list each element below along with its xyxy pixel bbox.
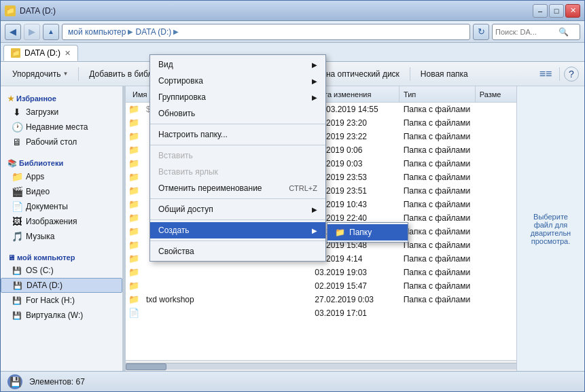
ctx-sort-arrow: ▶ xyxy=(312,77,317,85)
help-button[interactable]: ? xyxy=(564,67,579,82)
horizontal-scrollbar[interactable] xyxy=(126,360,516,371)
sidebar-item-apps[interactable]: 📁 Apps xyxy=(1,169,122,184)
ctx-refresh[interactable]: Обновить xyxy=(150,105,325,122)
ctx-sep-1 xyxy=(150,124,325,124)
tab-label: DATA (D:) xyxy=(24,48,60,58)
search-box: 🔍 xyxy=(492,24,580,40)
ctx-view[interactable]: Вид ▶ xyxy=(150,56,325,73)
sidebar-item-c-drive[interactable]: 💾 OS (C:) xyxy=(1,263,122,278)
search-input[interactable] xyxy=(495,28,556,36)
ctx-paste-label: Вставить xyxy=(158,151,193,160)
sidebar-images-label: Изображения xyxy=(26,217,77,226)
file-type: Папка с файлами xyxy=(400,200,476,209)
sidebar-libraries-header: 📚 Библиотеки xyxy=(1,155,122,169)
table-row[interactable]: 📁 02.2019 15:47 Папка с файлами xyxy=(126,279,516,293)
apps-folder-icon: 📁 xyxy=(12,171,22,182)
sidebar-item-documents[interactable]: 📄 Документы xyxy=(1,199,122,214)
sidebar-item-h-drive[interactable]: 💾 For Hack (H:) xyxy=(1,293,122,308)
sidebar-item-music[interactable]: 🎵 Музыка xyxy=(1,229,122,244)
new-folder-button[interactable]: Новая папка xyxy=(414,65,474,84)
up-button[interactable]: ▲ xyxy=(43,24,59,40)
ctx-sort[interactable]: Сортировка ▶ xyxy=(150,73,325,89)
submenu-folder-label: Папку xyxy=(349,228,372,237)
table-row[interactable]: 📁 txd workshop 27.02.2019 0:03 Папка с ф… xyxy=(126,293,516,306)
file-icon: 📁 xyxy=(128,267,139,278)
sidebar-item-video[interactable]: 🎬 Видео xyxy=(1,184,122,199)
col-header-size[interactable]: Разме xyxy=(476,86,514,102)
file-icon: 📁 xyxy=(128,253,139,264)
view-button[interactable]: ≡≡ xyxy=(536,65,555,84)
address-bar: ◀ ▶ ▲ мой компьютер ▶ DATA (D:) ▶ ↻ 🔍 xyxy=(1,21,584,43)
ctx-paste-shortcut[interactable]: Вставить ярлык xyxy=(150,164,325,180)
sidebar-item-w-drive[interactable]: 💾 Виртуалка (W:) xyxy=(1,308,122,323)
file-type: Папка с файлами xyxy=(400,145,476,155)
sidebar-item-d-drive[interactable]: 💾 DATA (D:) xyxy=(1,278,122,293)
main-window: 📁 DATA (D:) – □ ✕ ◀ ▶ ▲ мой компьютер ▶ … xyxy=(0,0,585,392)
sidebar-music-label: Музыка xyxy=(26,232,54,241)
toolbar-sep-1 xyxy=(78,67,79,81)
refresh-button[interactable]: ↻ xyxy=(473,24,489,40)
sidebar: ★ Избранное ⬇ Загрузки 🕐 Недавние места … xyxy=(1,86,123,371)
file-icon: 📁 xyxy=(128,199,139,210)
ctx-share[interactable]: Общий доступ ▶ xyxy=(150,201,325,217)
forward-button[interactable]: ▶ xyxy=(24,24,40,40)
minimize-button[interactable]: – xyxy=(533,4,548,18)
file-icon: 📁 xyxy=(128,185,139,196)
tab-close-button[interactable]: ✕ xyxy=(65,49,71,58)
context-menu: Вид ▶ Сортировка ▶ Группировка ▶ Обновит… xyxy=(149,54,326,262)
close-button[interactable]: ✕ xyxy=(565,4,580,18)
window-icon: 📁 xyxy=(5,5,16,16)
col-size-label: Разме xyxy=(480,90,501,99)
table-row[interactable]: 📁 03.2019 19:03 Папка с файлами xyxy=(126,266,516,279)
file-date: 03.2019 19:03 xyxy=(311,268,399,277)
help-icon: ? xyxy=(569,69,574,79)
ctx-customize[interactable]: Настроить папку... xyxy=(150,126,325,143)
window-title: DATA (D:) xyxy=(20,6,533,16)
status-bar: 💾 Элементов: 67 xyxy=(1,371,584,391)
title-controls: – □ ✕ xyxy=(533,4,580,18)
file-date: 27.02.2019 0:03 xyxy=(311,295,399,304)
col-header-type[interactable]: Тип xyxy=(400,86,476,102)
ctx-share-arrow: ▶ xyxy=(312,206,317,213)
file-icon: 📁 xyxy=(128,131,139,142)
ctx-undo-rename-label: Отменить переименование xyxy=(158,183,262,193)
sidebar-item-downloads[interactable]: ⬇ Загрузки xyxy=(1,105,122,120)
context-submenu: 📁 Папку xyxy=(327,222,408,243)
breadcrumb[interactable]: мой компьютер ▶ DATA (D:) ▶ xyxy=(62,24,470,40)
ctx-create[interactable]: Создать ▶ 📁 Папку xyxy=(150,222,325,238)
toolbar-sep-4 xyxy=(410,67,410,81)
ctx-undo-rename[interactable]: Отменить переименование CTRL+Z xyxy=(150,180,325,196)
file-icon: 📁 xyxy=(128,240,139,251)
back-button[interactable]: ◀ xyxy=(5,24,21,40)
ctx-share-label: Общий доступ xyxy=(158,204,213,214)
ctx-paste[interactable]: Вставить xyxy=(150,147,325,164)
tab-data-d[interactable]: 📁 DATA (D:) ✕ xyxy=(3,45,78,61)
recent-icon: 🕐 xyxy=(12,122,22,132)
ctx-refresh-label: Обновить xyxy=(158,109,195,118)
maximize-button[interactable]: □ xyxy=(549,4,564,18)
table-row[interactable]: 📄 03.2019 17:01 xyxy=(126,306,516,320)
sidebar-item-images[interactable]: 🖼 Изображения xyxy=(1,214,122,229)
search-icon[interactable]: 🔍 xyxy=(559,27,569,37)
breadcrumb-sep-2: ▶ xyxy=(173,28,179,35)
ctx-undo-shortcut: CTRL+Z xyxy=(289,184,317,192)
ctx-properties[interactable]: Свойства xyxy=(150,243,325,260)
documents-icon: 📄 xyxy=(12,201,22,212)
new-folder-label: Новая папка xyxy=(421,69,468,79)
ctx-group[interactable]: Группировка ▶ xyxy=(150,89,325,105)
sidebar-item-recent[interactable]: 🕐 Недавние места xyxy=(1,120,122,135)
breadcrumb-drive[interactable]: DATA (D:) xyxy=(135,27,171,37)
ctx-sep-3 xyxy=(150,198,325,199)
desktop-icon: 🖥 xyxy=(12,137,22,147)
breadcrumb-root[interactable]: мой компьютер xyxy=(68,27,126,37)
sidebar-item-desktop[interactable]: 🖥 Рабочий стол xyxy=(1,135,122,149)
sidebar-w-label: Виртуалка (W:) xyxy=(26,310,83,320)
ctx-create-arrow: ▶ xyxy=(312,227,317,234)
images-icon: 🖼 xyxy=(12,216,22,227)
ctx-sep-4 xyxy=(150,219,325,220)
ctx-sep-5 xyxy=(150,240,325,241)
downloads-icon: ⬇ xyxy=(12,107,22,118)
submenu-item-folder[interactable]: 📁 Папку xyxy=(327,224,408,240)
file-type: Папка с файлами xyxy=(400,105,476,114)
organize-button[interactable]: Упорядочить ▼ xyxy=(6,65,74,84)
